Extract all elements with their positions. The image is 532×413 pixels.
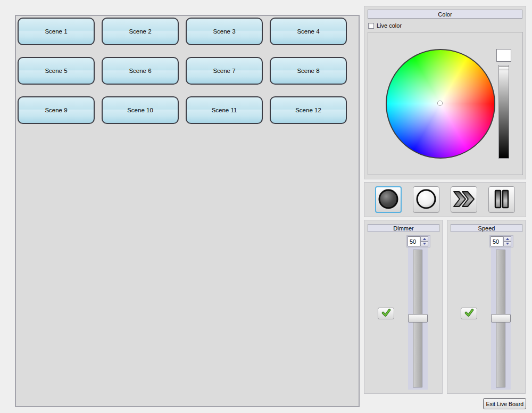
color-picker-groupbox bbox=[368, 32, 523, 175]
color-section: Color Live color bbox=[364, 6, 526, 179]
scene-button-7[interactable]: Scene 7 bbox=[186, 57, 263, 85]
speed-enable-toggle[interactable] bbox=[461, 308, 477, 319]
speed-value-input[interactable] bbox=[491, 236, 503, 246]
arrow-down-icon bbox=[506, 243, 509, 245]
scene-button-4[interactable]: Scene 4 bbox=[270, 18, 347, 45]
speed-spinbox bbox=[489, 235, 513, 247]
exit-live-board-button[interactable]: Exit Live Board bbox=[483, 398, 526, 409]
dimmer-spinbox bbox=[406, 235, 430, 247]
scene-button-11[interactable]: Scene 11 bbox=[186, 96, 263, 124]
dimmer-slider-handle[interactable] bbox=[408, 314, 428, 323]
color-wheel[interactable] bbox=[386, 49, 495, 159]
scene-button-8[interactable]: Scene 8 bbox=[270, 57, 347, 85]
playback-controls bbox=[364, 182, 526, 217]
scene-button-9[interactable]: Scene 9 bbox=[18, 96, 95, 124]
speed-slider[interactable] bbox=[491, 247, 511, 390]
dimmer-title: Dimmer bbox=[368, 224, 439, 232]
scene-button-2[interactable]: Scene 2 bbox=[102, 18, 179, 45]
green-check-icon bbox=[464, 309, 474, 319]
speed-slider-handle[interactable] bbox=[491, 314, 511, 323]
scene-panel: Scene 1 Scene 2 Scene 3 Scene 4 Scene 5 … bbox=[15, 15, 360, 407]
arrow-down-icon bbox=[423, 243, 426, 245]
color-section-title: Color bbox=[368, 10, 522, 19]
pause-icon bbox=[491, 188, 513, 211]
blackout-button[interactable] bbox=[375, 186, 402, 213]
scene-button-1[interactable]: Scene 1 bbox=[18, 18, 95, 45]
live-color-row: Live color bbox=[368, 22, 402, 29]
color-wheel-cursor-icon[interactable] bbox=[438, 101, 442, 105]
speed-spin-down-button[interactable] bbox=[503, 242, 511, 247]
scene-button-5[interactable]: Scene 5 bbox=[18, 57, 95, 85]
dark-circle-icon bbox=[377, 188, 400, 212]
live-color-label: Live color bbox=[377, 22, 402, 29]
green-check-icon bbox=[381, 309, 391, 319]
fast-forward-button[interactable] bbox=[451, 186, 477, 213]
speed-spin-up-button[interactable] bbox=[503, 236, 511, 242]
speed-panel: Speed bbox=[447, 220, 526, 394]
light-circle-icon bbox=[415, 188, 437, 212]
brightness-slider[interactable] bbox=[498, 65, 509, 159]
pause-button[interactable] bbox=[488, 186, 515, 213]
dimmer-value-input[interactable] bbox=[408, 236, 420, 246]
selected-color-swatch bbox=[496, 49, 511, 62]
scene-grid: Scene 1 Scene 2 Scene 3 Scene 4 Scene 5 … bbox=[18, 18, 347, 124]
double-chevron-icon bbox=[452, 188, 476, 211]
full-on-button[interactable] bbox=[413, 186, 439, 213]
dimmer-spin-up-button[interactable] bbox=[420, 236, 428, 242]
speed-title: Speed bbox=[451, 224, 522, 232]
scene-button-12[interactable]: Scene 12 bbox=[270, 96, 347, 124]
arrow-up-icon bbox=[423, 238, 426, 240]
brightness-slider-handle[interactable] bbox=[499, 67, 509, 70]
dimmer-panel: Dimmer bbox=[364, 220, 443, 394]
dimmer-spin-down-button[interactable] bbox=[420, 242, 428, 247]
live-color-checkbox[interactable] bbox=[368, 23, 374, 29]
arrow-up-icon bbox=[506, 238, 509, 240]
scene-button-10[interactable]: Scene 10 bbox=[102, 96, 179, 124]
scene-button-3[interactable]: Scene 3 bbox=[186, 18, 263, 45]
scene-button-6[interactable]: Scene 6 bbox=[102, 57, 179, 85]
dimmer-slider[interactable] bbox=[408, 247, 428, 390]
dimmer-enable-toggle[interactable] bbox=[378, 308, 394, 319]
